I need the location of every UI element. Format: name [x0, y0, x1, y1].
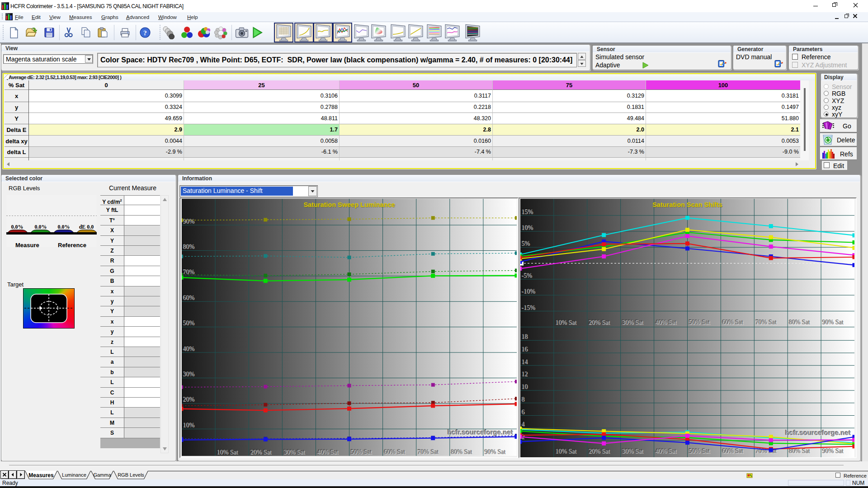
svg-text:?: ? [143, 29, 147, 37]
